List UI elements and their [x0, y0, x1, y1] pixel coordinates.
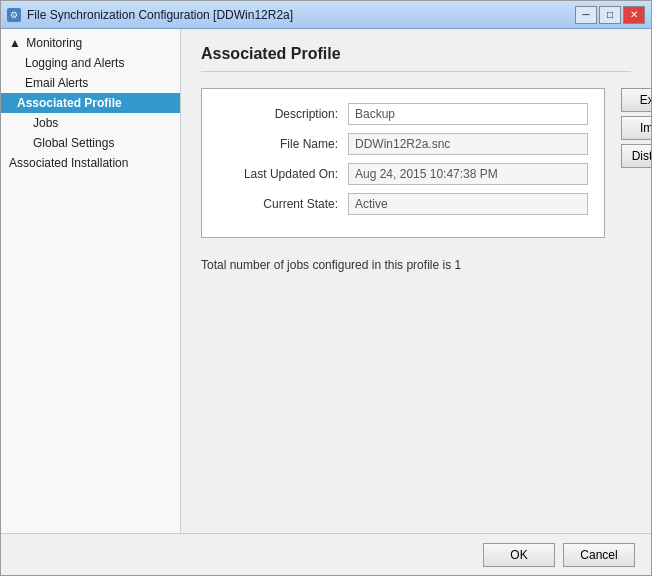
- form-container: Description: File Name: Last Updated On:: [201, 88, 605, 238]
- main-window: ⚙ File Synchronization Configuration [DD…: [0, 0, 652, 576]
- maximize-button[interactable]: □: [599, 6, 621, 24]
- form-section: Description: File Name: Last Updated On:: [201, 88, 631, 250]
- panel-title: Associated Profile: [201, 45, 631, 72]
- content-area: ▲ Monitoring Logging and Alerts Email Al…: [1, 29, 651, 533]
- lastupdated-row: Last Updated On:: [218, 163, 588, 185]
- sidebar-item-jobs[interactable]: Jobs: [1, 113, 180, 133]
- action-buttons: Export Import Distribute: [621, 88, 651, 168]
- description-label: Description:: [218, 107, 348, 121]
- filename-input: [348, 133, 588, 155]
- titlebar: ⚙ File Synchronization Configuration [DD…: [1, 1, 651, 29]
- filename-row: File Name:: [218, 133, 588, 155]
- lastupdated-label: Last Updated On:: [218, 167, 348, 181]
- distribute-button[interactable]: Distribute: [621, 144, 651, 168]
- cancel-button[interactable]: Cancel: [563, 543, 635, 567]
- titlebar-buttons: ─ □ ✕: [575, 6, 645, 24]
- sidebar-item-associated-installation[interactable]: Associated Installation: [1, 153, 180, 173]
- app-icon: ⚙: [7, 8, 21, 22]
- export-button[interactable]: Export: [621, 88, 651, 112]
- filename-label: File Name:: [218, 137, 348, 151]
- main-panel: Associated Profile Description: File Nam…: [181, 29, 651, 533]
- footer: OK Cancel: [1, 533, 651, 575]
- lastupdated-input: [348, 163, 588, 185]
- expand-icon: ▲: [9, 36, 21, 50]
- titlebar-left: ⚙ File Synchronization Configuration [DD…: [7, 8, 293, 22]
- sidebar-item-monitoring[interactable]: ▲ Monitoring: [1, 33, 180, 53]
- currentstate-row: Current State:: [218, 193, 588, 215]
- close-button[interactable]: ✕: [623, 6, 645, 24]
- sidebar-item-email-alerts[interactable]: Email Alerts: [1, 73, 180, 93]
- sidebar-item-associated-profile[interactable]: Associated Profile: [1, 93, 180, 113]
- sidebar-item-logging-alerts[interactable]: Logging and Alerts: [1, 53, 180, 73]
- currentstate-input: [348, 193, 588, 215]
- description-input[interactable]: [348, 103, 588, 125]
- minimize-button[interactable]: ─: [575, 6, 597, 24]
- currentstate-label: Current State:: [218, 197, 348, 211]
- sidebar-item-global-settings[interactable]: Global Settings: [1, 133, 180, 153]
- description-row: Description:: [218, 103, 588, 125]
- import-button[interactable]: Import: [621, 116, 651, 140]
- sidebar: ▲ Monitoring Logging and Alerts Email Al…: [1, 29, 181, 533]
- window-title: File Synchronization Configuration [DDWi…: [27, 8, 293, 22]
- jobs-info: Total number of jobs configured in this …: [201, 258, 631, 272]
- ok-button[interactable]: OK: [483, 543, 555, 567]
